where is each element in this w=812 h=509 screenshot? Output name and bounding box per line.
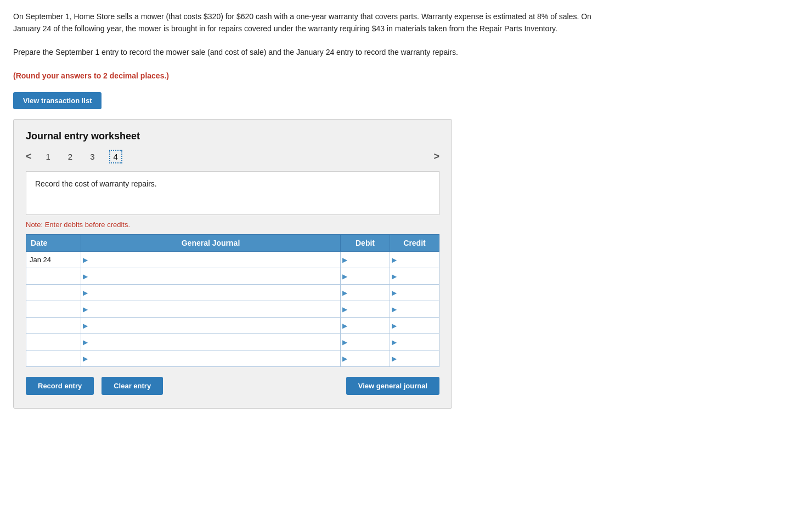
problem-text: On September 1, Home Store sells a mower… [13,11,595,82]
record-entry-button[interactable]: Record entry [26,377,94,395]
table-row: ▶▶▶ [26,268,439,285]
date-cell [26,285,81,301]
problem-paragraph-2: Prepare the September 1 entry to record … [13,47,595,59]
debit-cell: ▶ [341,268,390,285]
table-row: Jan 24▶▶▶ [26,252,439,268]
cell-arrow-icon: ▶ [342,273,347,280]
journal-cell: ▶ [81,318,341,334]
debit-cell: ▶ [341,334,390,350]
table-row: ▶▶▶ [26,318,439,334]
journal-cell: ▶ [81,268,341,285]
col-debit: Debit [341,235,390,252]
journal-entry-worksheet: Journal entry worksheet < 1 2 3 4 > Reco… [13,119,452,409]
journal-cell: ▶ [81,285,341,301]
tab-1[interactable]: 1 [43,151,54,162]
cell-arrow-icon: ▶ [392,322,397,330]
debit-cell: ▶ [341,318,390,334]
credit-cell: ▶ [390,285,439,301]
cell-arrow-icon: ▶ [392,289,397,297]
cell-arrow-icon: ▶ [342,306,347,313]
problem-paragraph-1: On September 1, Home Store sells a mower… [13,11,595,35]
journal-input[interactable] [81,334,340,350]
journal-input[interactable] [81,318,340,333]
col-date: Date [26,235,81,252]
credit-input[interactable] [390,301,439,317]
credit-cell: ▶ [390,268,439,285]
cell-arrow-icon: ▶ [83,273,88,280]
cell-arrow-icon: ▶ [83,306,88,313]
instruction-box: Record the cost of warranty repairs. [26,171,439,215]
credit-input[interactable] [390,268,439,284]
instruction-text: Record the cost of warranty repairs. [35,179,157,188]
cell-arrow-icon: ▶ [83,256,88,264]
cell-arrow-icon: ▶ [392,273,397,280]
table-row: ▶▶▶ [26,334,439,350]
journal-cell: ▶ [81,301,341,318]
cell-arrow-icon: ▶ [83,289,88,297]
journal-cell: ▶ [81,252,341,268]
debit-cell: ▶ [341,285,390,301]
view-general-journal-button[interactable]: View general journal [346,377,439,395]
credit-cell: ▶ [390,301,439,318]
credit-cell: ▶ [390,350,439,367]
debit-cell: ▶ [341,252,390,268]
round-note: (Round your answers to 2 decimal places.… [13,70,595,82]
cell-arrow-icon: ▶ [342,256,347,264]
credit-cell: ▶ [390,252,439,268]
cell-arrow-icon: ▶ [342,289,347,297]
cell-arrow-icon: ▶ [342,338,347,346]
journal-input[interactable] [81,301,340,317]
col-credit: Credit [390,235,439,252]
col-general-journal: General Journal [81,235,341,252]
table-row: ▶▶▶ [26,301,439,318]
debit-input[interactable] [341,350,390,366]
tab-4[interactable]: 4 [109,150,122,163]
tab-next-arrow[interactable]: > [433,151,439,162]
debit-cell: ▶ [341,301,390,318]
debit-input[interactable] [341,285,390,301]
debit-input[interactable] [341,268,390,284]
journal-table: Date General Journal Debit Credit Jan 24… [26,234,439,367]
tab-prev-arrow[interactable]: < [26,151,32,162]
journal-input[interactable] [81,268,340,284]
clear-entry-button[interactable]: Clear entry [101,377,163,395]
date-cell: Jan 24 [26,252,81,268]
debit-input[interactable] [341,252,390,268]
cell-arrow-icon: ▶ [342,355,347,363]
debit-input[interactable] [341,318,390,333]
cell-arrow-icon: ▶ [83,355,88,363]
credit-input[interactable] [390,318,439,333]
tab-navigation: < 1 2 3 4 > [26,150,439,163]
cell-arrow-icon: ▶ [83,338,88,346]
date-cell [26,301,81,318]
debit-input[interactable] [341,334,390,350]
table-row: ▶▶▶ [26,285,439,301]
date-cell [26,268,81,285]
debit-input[interactable] [341,301,390,317]
button-row: Record entry Clear entry View general jo… [26,377,439,395]
journal-input[interactable] [81,252,340,268]
tab-3[interactable]: 3 [87,151,98,162]
note-text: Note: Enter debits before credits. [26,220,439,229]
cell-arrow-icon: ▶ [392,338,397,346]
view-transaction-button[interactable]: View transaction list [13,92,101,109]
credit-input[interactable] [390,252,439,268]
journal-input[interactable] [81,285,340,301]
date-cell [26,318,81,334]
journal-input[interactable] [81,350,340,366]
date-cell [26,334,81,350]
credit-input[interactable] [390,334,439,350]
credit-input[interactable] [390,350,439,366]
date-cell [26,350,81,367]
credit-input[interactable] [390,285,439,301]
credit-cell: ▶ [390,318,439,334]
cell-arrow-icon: ▶ [83,322,88,330]
cell-arrow-icon: ▶ [392,256,397,264]
table-row: ▶▶▶ [26,350,439,367]
debit-cell: ▶ [341,350,390,367]
journal-cell: ▶ [81,350,341,367]
tab-2[interactable]: 2 [65,151,76,162]
cell-arrow-icon: ▶ [392,355,397,363]
worksheet-title: Journal entry worksheet [26,131,439,142]
credit-cell: ▶ [390,334,439,350]
